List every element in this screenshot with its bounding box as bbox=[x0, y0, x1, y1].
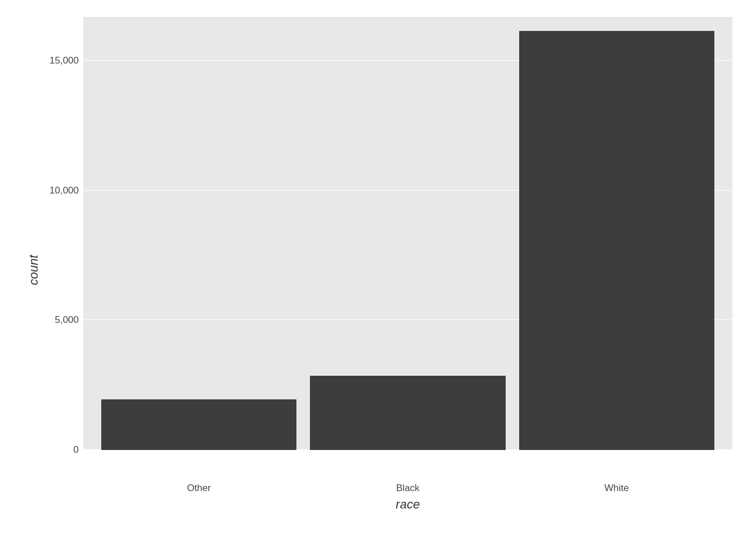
x-tick-label-other: Other bbox=[187, 483, 211, 493]
x-label-group: Black bbox=[303, 483, 512, 494]
x-tick-label-white: White bbox=[605, 483, 629, 493]
y-tick-label: 10,000 bbox=[50, 185, 79, 196]
bar-group bbox=[512, 28, 721, 450]
bar-black bbox=[310, 376, 505, 450]
y-axis-label: count bbox=[26, 255, 41, 285]
x-tick-label-black: Black bbox=[396, 483, 420, 493]
x-axis-labels: OtherBlackWhite bbox=[83, 477, 732, 494]
bar-other bbox=[101, 399, 296, 450]
bar-group bbox=[303, 28, 512, 450]
bar-white bbox=[519, 31, 714, 451]
x-label-group: White bbox=[512, 483, 721, 494]
x-axis-title-container: race bbox=[44, 494, 732, 512]
y-tick-label: 15,000 bbox=[50, 55, 79, 66]
chart-container: count 05,00010,00015,000 bbox=[0, 0, 756, 540]
y-axis-ticks: 05,00010,00015,000 bbox=[44, 17, 83, 450]
y-tick-label: 5,000 bbox=[55, 314, 79, 326]
x-label-group: Other bbox=[94, 483, 303, 494]
x-axis-title: race bbox=[396, 497, 420, 511]
chart-wrapper: count 05,00010,00015,000 bbox=[24, 17, 732, 523]
plot-area-wrapper: 05,00010,00015,000 bbox=[44, 17, 732, 477]
y-axis-label-container: count bbox=[24, 17, 44, 523]
chart-inner: 05,00010,00015,000 OtherBlackWhite race bbox=[44, 17, 732, 523]
plot-area bbox=[83, 17, 732, 450]
bar-group bbox=[94, 28, 303, 450]
y-tick-label: 0 bbox=[74, 444, 79, 456]
